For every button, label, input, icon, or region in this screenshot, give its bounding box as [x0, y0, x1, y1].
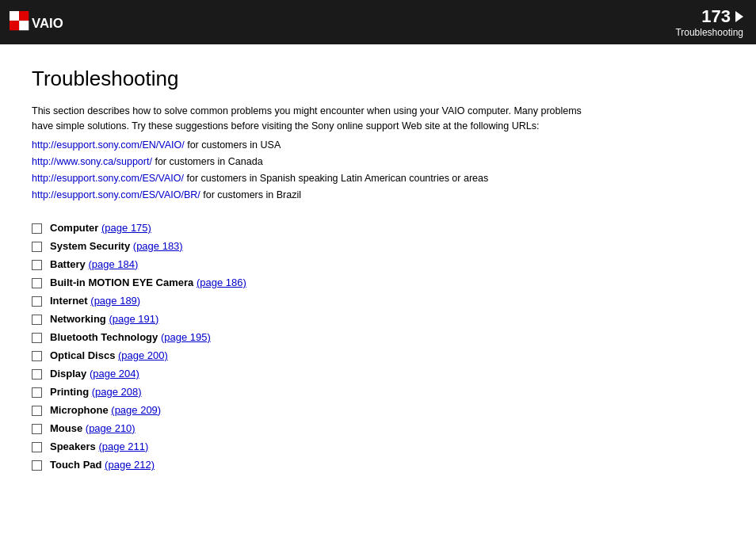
arrow-icon	[735, 11, 743, 22]
list-item-label: Built-in MOTION EYE Camera (page 186)	[50, 277, 246, 288]
list-item: Optical Discs (page 200)	[32, 349, 724, 361]
list-item-label: Computer (page 175)	[50, 222, 151, 234]
header-right: 173 Troubleshooting	[675, 6, 743, 38]
list-item: Computer (page 175)	[32, 222, 724, 234]
list-item: Speakers (page 211)	[32, 441, 724, 452]
list-item: Built-in MOTION EYE Camera (page 186)	[32, 277, 724, 288]
list-item: Display (page 204)	[32, 368, 724, 380]
link-latin: http://esupport.sony.com/ES/VAIO/ for cu…	[32, 170, 724, 187]
list-item-label: Networking (page 191)	[50, 313, 158, 325]
checkbox-icon	[32, 315, 42, 325]
list-item: Battery (page 184)	[32, 258, 724, 270]
page-number: 173	[701, 6, 731, 27]
list-item: Mouse (page 210)	[32, 422, 724, 434]
list-item: System Security (page 183)	[32, 240, 724, 252]
checkbox-icon	[32, 296, 42, 307]
list-item: Bluetooth Technology (page 195)	[32, 331, 724, 343]
checkbox-icon	[32, 369, 42, 380]
vaio-logo: VAIO	[10, 11, 76, 33]
list-item-label: Bluetooth Technology (page 195)	[50, 331, 211, 343]
list-item: Microphone (page 209)	[32, 404, 724, 416]
list-item: Printing (page 208)	[32, 386, 724, 398]
page-title: Troubleshooting	[32, 67, 724, 91]
link-canada: http://www.sony.ca/support/ for customer…	[32, 154, 724, 170]
svg-rect-3	[19, 21, 29, 30]
checkbox-icon	[32, 406, 42, 416]
checkbox-icon	[32, 351, 42, 361]
svg-text:VAIO: VAIO	[32, 16, 63, 31]
page-number-area: 173 Troubleshooting	[675, 6, 743, 38]
svg-rect-2	[10, 21, 19, 30]
list-item-label: Internet (page 189)	[50, 295, 140, 307]
list-item-label: Touch Pad (page 212)	[50, 459, 155, 471]
checkbox-icon	[32, 223, 42, 234]
link-usa: http://esupport.sony.com/EN/VAIO/ for cu…	[32, 137, 724, 154]
links-block: http://esupport.sony.com/EN/VAIO/ for cu…	[32, 137, 724, 204]
list-item-label: System Security (page 183)	[50, 240, 183, 252]
list-item-label: Display (page 204)	[50, 368, 139, 380]
topic-list: Computer (page 175)System Security (page…	[32, 222, 724, 471]
svg-rect-0	[10, 11, 19, 21]
checkbox-icon	[32, 424, 42, 434]
list-item-label: Microphone (page 209)	[50, 404, 161, 416]
section-label: Troubleshooting	[675, 27, 743, 38]
header: VAIO 173 Troubleshooting	[0, 0, 756, 44]
checkbox-icon	[32, 260, 42, 270]
main-content: Troubleshooting This section describes h…	[0, 44, 756, 501]
intro-line1: This section describes how to solve comm…	[32, 104, 724, 134]
checkbox-icon	[32, 460, 42, 471]
list-item: Touch Pad (page 212)	[32, 459, 724, 471]
list-item-label: Printing (page 208)	[50, 386, 142, 398]
list-item-label: Mouse (page 210)	[50, 422, 136, 434]
checkbox-icon	[32, 278, 42, 288]
checkbox-icon	[32, 387, 42, 398]
checkbox-icon	[32, 442, 42, 452]
list-item-label: Battery (page 184)	[50, 258, 138, 270]
list-item-label: Speakers (page 211)	[50, 441, 148, 452]
list-item: Internet (page 189)	[32, 295, 724, 307]
svg-rect-1	[19, 11, 29, 21]
list-item: Networking (page 191)	[32, 313, 724, 325]
checkbox-icon	[32, 242, 42, 252]
list-item-label: Optical Discs (page 200)	[50, 349, 168, 361]
link-brazil: http://esupport.sony.com/ES/VAIO/BR/ for…	[32, 187, 724, 204]
checkbox-icon	[32, 333, 42, 343]
